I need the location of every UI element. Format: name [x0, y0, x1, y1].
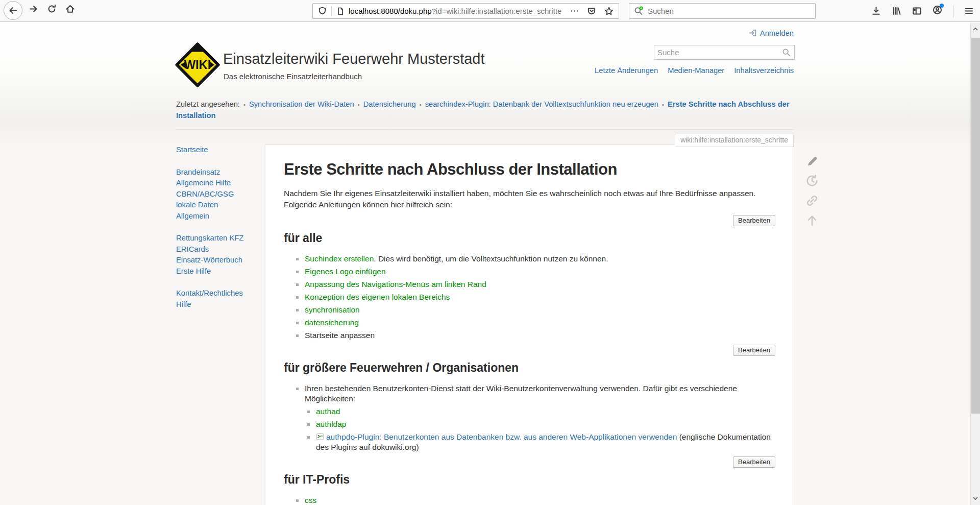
login-icon — [748, 29, 757, 37]
home-icon — [65, 4, 75, 14]
pencil-icon — [806, 155, 819, 167]
link-authldap[interactable]: authldap — [316, 420, 346, 428]
list-item: Suchindex erstellen. Dies wird benötigt,… — [296, 254, 775, 264]
breadcrumb-label: Zuletzt angesehen: — [176, 100, 240, 108]
wiki-search-box[interactable] — [654, 45, 795, 60]
login-label: Anmelden — [760, 29, 794, 37]
back-icon — [8, 6, 18, 15]
tracking-protection-shield-icon[interactable] — [318, 7, 327, 15]
link-eigenes-logo[interactable]: Eigenes Logo einfügen — [305, 267, 386, 276]
edit-section-button[interactable]: Bearbeiten — [733, 456, 775, 468]
intro-paragraph: Nachdem Sie Ihr eigenes Einsatzleiterwik… — [284, 188, 775, 210]
site-tools-nav: Letzte Änderungen Medien-Manager Inhalts… — [595, 66, 794, 75]
breadcrumb-item[interactable]: searchindex-Plugin: Datenbank der Vollte… — [425, 100, 658, 108]
sidebar-item-rettungskarten[interactable]: Rettungskarten KFZ — [176, 233, 258, 244]
pocket-icon[interactable] — [587, 7, 596, 16]
back-button[interactable] — [4, 1, 22, 20]
sidebar-item-erste-hilfe[interactable]: Erste Hilfe — [176, 266, 258, 277]
page-actions-dots-icon[interactable] — [570, 7, 579, 15]
edit-page-tool[interactable] — [802, 154, 822, 167]
link-css[interactable]: css — [305, 496, 316, 504]
home-button[interactable] — [65, 4, 75, 14]
sidebar-item-ericards[interactable]: ERICards — [176, 244, 258, 255]
browser-toolbar: localhost:8080/doku.php?id=wiki:hilfe:in… — [0, 0, 980, 22]
sidebar-item-startseite[interactable]: Startseite — [176, 145, 258, 156]
list-item-text: Ihren bestehenden Benutzerkonten-Dienst … — [305, 384, 737, 403]
sidebar-item-lokale-daten[interactable]: lokale Daten — [176, 200, 258, 211]
site-title[interactable]: Einsatzleiterwiki Feuerwehr Musterstadt — [223, 51, 485, 67]
interwiki-dokuwiki-icon — [316, 432, 324, 441]
screen: localhost:8080/doku.php?id=wiki:hilfe:in… — [0, 0, 980, 505]
list-fuer-alle: Suchindex erstellen. Dies wird benötigt,… — [296, 254, 775, 341]
sidebars-icon[interactable] — [912, 6, 922, 16]
section-heading-it-profis: für IT-Profis — [284, 473, 775, 487]
arrow-up-icon — [805, 214, 819, 227]
link-lokaler-bereich[interactable]: Konzeption des eigenen lokalen Bereichs — [305, 293, 450, 301]
scrollbar-up-arrow[interactable] — [971, 25, 980, 34]
nav-medien-manager[interactable]: Medien-Manager — [668, 66, 724, 75]
content-panel: wiki:hilfe:installation:erste_schritte E… — [265, 145, 794, 505]
url-host: localhost:8080/doku.php — [349, 7, 432, 15]
nav-inhaltsverzeichnis[interactable]: Inhaltsverzeichnis — [734, 66, 794, 75]
wiki-search-icon[interactable] — [782, 48, 791, 57]
nested-list: authad authldap authpdo-Plugin: Benutzer… — [307, 406, 775, 453]
list-item: synchronisation — [296, 305, 775, 316]
history-icon — [805, 174, 819, 187]
link-authad[interactable]: authad — [316, 407, 340, 416]
list-item-text: . Dies wird benötigt, um die Volltextsuc… — [374, 254, 608, 263]
sidebar-item-allgemeine-hilfe[interactable]: Allgemeine Hilfe — [176, 178, 258, 189]
browser-scrollbar[interactable] — [970, 22, 980, 505]
toolbar-divider — [953, 5, 953, 17]
list-item: Anpassung des Navigations-Menüs am linke… — [296, 279, 775, 290]
page-info-icon[interactable] — [336, 7, 345, 15]
list-item: Eigenes Logo einfügen — [296, 267, 775, 277]
forward-button[interactable] — [29, 4, 38, 14]
sidebar-item-hilfe[interactable]: Hilfe — [176, 299, 258, 310]
link-authpdo-plugin[interactable]: authpdo-Plugin: Benutzerkonten aus Daten… — [326, 432, 677, 441]
url-bar[interactable]: localhost:8080/doku.php?id=wiki:hilfe:in… — [312, 3, 619, 19]
account-button[interactable] — [933, 5, 942, 17]
svg-text:WIKI: WIKI — [184, 58, 211, 71]
page-id-badge: wiki:hilfe:installation:erste_schritte — [675, 134, 794, 147]
edit-section-button[interactable]: Bearbeiten — [733, 345, 775, 356]
list-item: authldap — [307, 419, 775, 430]
login-link[interactable]: Anmelden — [748, 29, 794, 37]
scrollbar-down-arrow[interactable] — [971, 494, 980, 503]
link-suchindex[interactable]: Suchindex erstellen — [305, 254, 374, 263]
urlbar-divider — [331, 6, 332, 16]
list-item: Konzeption des eigenen lokalen Bereichs — [296, 292, 775, 303]
old-revisions-tool[interactable] — [802, 174, 822, 187]
scrollbar-thumb[interactable] — [971, 38, 980, 414]
url-text[interactable]: localhost:8080/doku.php?id=wiki:hilfe:in… — [349, 7, 566, 15]
wiki-search-input[interactable] — [654, 48, 782, 57]
nav-letzte-aenderungen[interactable]: Letzte Änderungen — [595, 66, 658, 75]
sidebar-item-cbrn[interactable]: CBRN/ABC/GSG — [176, 189, 258, 200]
url-query: ?id=wiki:hilfe:installation:erste_schrit… — [432, 7, 562, 15]
library-icon[interactable] — [892, 6, 901, 16]
browser-search-bar[interactable] — [629, 3, 816, 19]
sidebar-item-allgemein[interactable]: Allgemein — [176, 211, 258, 222]
bookmark-star-icon[interactable] — [604, 7, 614, 16]
sidebar-item-kontakt[interactable]: Kontakt/Rechtliches — [176, 288, 258, 299]
sidebar-item-woerterbuch[interactable]: Einsatz-Wörterbuch — [176, 255, 258, 266]
sidebar-item-brandeinsatz[interactable]: Brandeinsatz — [176, 167, 258, 178]
wiki-logo[interactable]: WIKI — [175, 42, 220, 88]
link-navigation-anpassung[interactable]: Anpassung des Navigations-Menüs am linke… — [305, 280, 486, 288]
menu-hamburger-icon[interactable] — [964, 6, 974, 16]
browser-search-input[interactable] — [648, 7, 811, 15]
breadcrumb-item[interactable]: Synchronisation der Wiki-Daten — [249, 100, 354, 108]
breadcrumb-item[interactable]: Datensicherung — [363, 100, 416, 108]
list-organisationen: Ihren bestehenden Benutzerkonten-Dienst … — [296, 383, 775, 453]
edit-section-button[interactable]: Bearbeiten — [733, 215, 775, 226]
link-datensicherung[interactable]: datensicherung — [305, 318, 359, 327]
backlinks-tool[interactable] — [802, 194, 822, 207]
reload-icon — [47, 4, 57, 14]
list-it-profis: css — [296, 495, 775, 505]
downloads-icon[interactable] — [871, 6, 881, 16]
link-synchronisation[interactable]: synchronisation — [305, 305, 360, 314]
back-to-top-tool[interactable] — [802, 214, 822, 227]
list-item: authad — [307, 406, 775, 417]
account-notification-dot — [940, 4, 944, 8]
list-item: Startseite anpassen — [296, 330, 775, 341]
reload-button[interactable] — [47, 4, 57, 14]
